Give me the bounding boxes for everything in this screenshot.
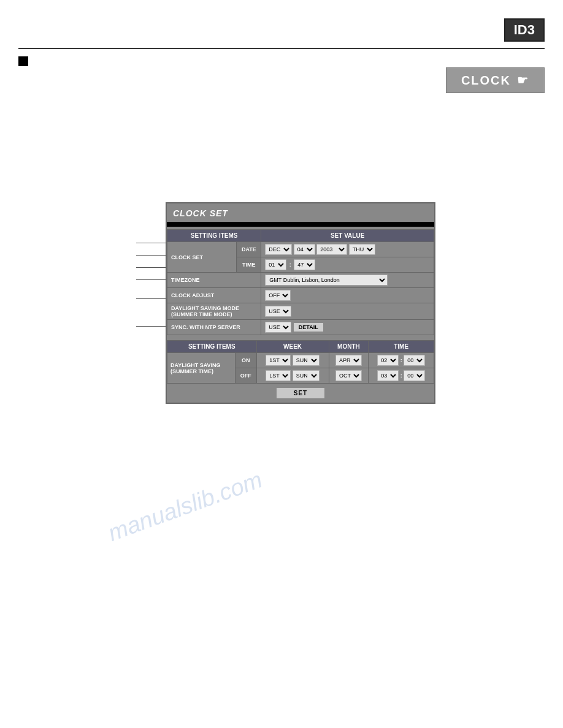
- date-values: DEC 04 2003 THU: [261, 242, 434, 257]
- clock-adjust-value: OFF: [261, 288, 434, 303]
- ptr-line-6: [136, 326, 167, 327]
- date-day-select[interactable]: 04: [294, 244, 315, 255]
- time-min-select[interactable]: 47: [294, 259, 315, 270]
- ntp-sync-select[interactable]: USE: [265, 322, 291, 333]
- daylight-on-min-select[interactable]: 00: [404, 355, 425, 366]
- clock-button[interactable]: CLOCK ☛: [446, 67, 545, 93]
- off-time-sep: :: [400, 373, 402, 379]
- clock-set-date-row: CLOCK SET DATE DEC 04 2003 THU: [167, 242, 434, 257]
- ntp-sync-label: SYNC. WITH NTP SERVER: [167, 320, 261, 335]
- ptr-line-5: [136, 298, 167, 299]
- daylight-col-setting: SETTING ITEMS: [167, 341, 257, 353]
- daylight-off-hour-select[interactable]: 03: [377, 370, 399, 381]
- daylight-mode-row: DAYLIGHT SAVING MODE (SUMMER TIME MODE) …: [167, 303, 434, 320]
- daylight-saving-label: DAYLIGHT SAVING (SUMMER TIME): [167, 353, 236, 384]
- date-sublabel: DATE: [237, 242, 261, 257]
- daylight-on-hour-select[interactable]: 02: [377, 355, 399, 366]
- daylight-off-week: LST SUN: [256, 368, 329, 384]
- daylight-on-row: DAYLIGHT SAVING (SUMMER TIME) ON 1ST SUN…: [167, 353, 434, 368]
- daylight-off-week-select[interactable]: LST: [266, 370, 291, 381]
- dialog-title: CLOCK SET: [167, 203, 434, 222]
- top-rule: [18, 48, 545, 49]
- daylight-off-min-select[interactable]: 00: [404, 370, 425, 381]
- daylight-mode-select[interactable]: USE: [265, 306, 291, 317]
- daylight-col-time: TIME: [369, 341, 434, 353]
- clock-adjust-row: CLOCK ADJUST OFF: [167, 288, 434, 303]
- ptr-line-2: [136, 255, 167, 256]
- date-year-select[interactable]: 2003: [316, 244, 347, 255]
- daylight-on-day-select[interactable]: SUN: [293, 355, 320, 366]
- clock-set-label: CLOCK SET: [167, 242, 237, 273]
- clock-set-dialog: CLOCK SET SETTING ITEMS SET VALUE CLOCK …: [166, 202, 435, 404]
- clock-adjust-select[interactable]: OFF: [265, 290, 291, 301]
- id3-badge: ID3: [504, 18, 545, 42]
- ntp-sync-row: SYNC. WITH NTP SERVER USE DETAIL: [167, 320, 434, 335]
- daylight-on-week: 1ST SUN: [256, 353, 329, 368]
- daylight-table: SETTING ITEMS WEEK MONTH TIME DAYLIGHT S…: [167, 340, 434, 384]
- daylight-off-time: 03 : 00: [369, 368, 434, 384]
- daylight-col-week: WEEK: [256, 341, 329, 353]
- pointer-lines: [136, 243, 167, 338]
- daylight-off-day-select[interactable]: SUN: [293, 370, 320, 381]
- daylight-off-month: OCT: [329, 368, 369, 384]
- ptr-line-4: [136, 279, 167, 280]
- col-header-setvalue: SET VALUE: [261, 230, 434, 242]
- clock-button-label: CLOCK: [461, 74, 511, 88]
- time-values: 01 : 47: [261, 257, 434, 273]
- daylight-on-time: 02 : 00: [369, 353, 434, 368]
- timezone-label: TIMEZONE: [167, 273, 261, 288]
- daylight-col-month: MONTH: [329, 341, 369, 353]
- col-header-setting: SETTING ITEMS: [167, 230, 261, 242]
- daylight-off-label: OFF: [235, 368, 256, 384]
- daylight-on-label: ON: [235, 353, 256, 368]
- timezone-row: TIMEZONE GMT Dublin, Lisbon, London: [167, 273, 434, 288]
- ptr-line-3: [136, 267, 167, 268]
- clock-adjust-label: CLOCK ADJUST: [167, 288, 261, 303]
- set-button[interactable]: SET: [276, 387, 325, 399]
- daylight-mode-label: DAYLIGHT SAVING MODE (SUMMER TIME MODE): [167, 303, 261, 320]
- daylight-on-week-select[interactable]: 1ST: [266, 355, 291, 366]
- time-sublabel: TIME: [237, 257, 261, 273]
- daylight-off-month-select[interactable]: OCT: [335, 370, 362, 381]
- date-dow-select[interactable]: THU: [349, 244, 375, 255]
- time-separator: :: [289, 262, 291, 268]
- timezone-value: GMT Dublin, Lisbon, London: [261, 273, 434, 288]
- timezone-select[interactable]: GMT Dublin, Lisbon, London: [265, 275, 388, 286]
- set-btn-row: SET: [167, 384, 434, 403]
- ntp-sync-value: USE DETAIL: [261, 320, 434, 335]
- on-time-sep: :: [400, 357, 402, 363]
- daylight-on-month-select[interactable]: APR: [335, 355, 362, 366]
- detail-button[interactable]: DETAIL: [293, 322, 324, 332]
- daylight-on-month: APR: [329, 353, 369, 368]
- section-bullet: [18, 56, 28, 66]
- dialog-black-bar: [167, 222, 434, 227]
- time-hour-select[interactable]: 01: [265, 259, 286, 270]
- watermark: manualslib.com: [105, 466, 266, 547]
- date-month-select[interactable]: DEC: [265, 244, 292, 255]
- hand-icon: ☛: [517, 73, 529, 88]
- ptr-line-1: [136, 243, 167, 243]
- settings-table: SETTING ITEMS SET VALUE CLOCK SET DATE D…: [167, 229, 434, 335]
- daylight-mode-value: USE: [261, 303, 434, 320]
